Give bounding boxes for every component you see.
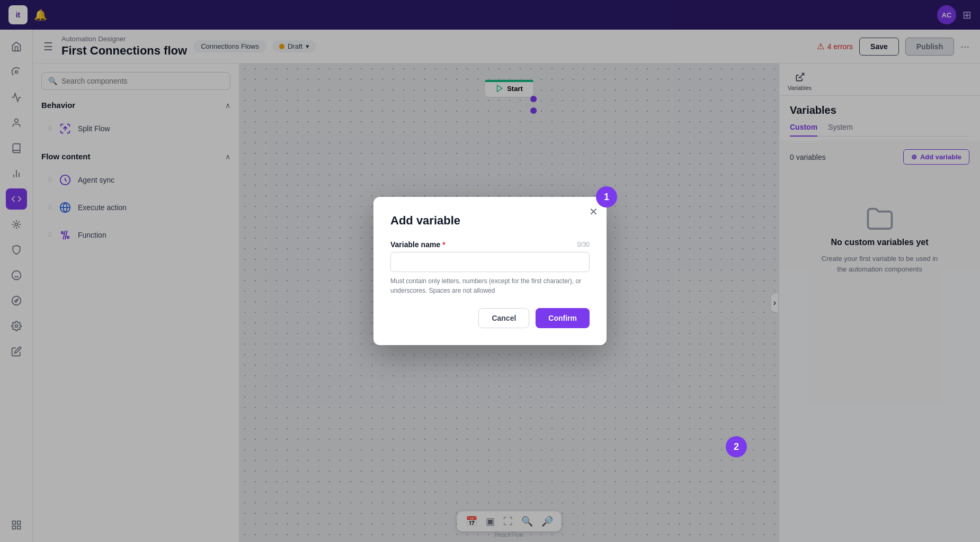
modal-overlay: Add variable ✕ Variable name * 0/30 Must… — [0, 0, 980, 542]
step-badge-1: 1 — [596, 186, 617, 207]
variable-name-input[interactable] — [390, 252, 590, 272]
add-variable-modal: Add variable ✕ Variable name * 0/30 Must… — [373, 197, 607, 345]
field-label: Variable name * 0/30 — [390, 240, 590, 249]
modal-actions: Cancel Confirm — [390, 308, 590, 328]
required-indicator: * — [442, 240, 445, 249]
modal-close-button[interactable]: ✕ — [589, 205, 598, 218]
modal-title: Add variable — [390, 214, 590, 228]
cancel-button[interactable]: Cancel — [478, 308, 529, 328]
field-hint: Must contain only letters, numbers (exce… — [390, 276, 590, 295]
char-count: 0/30 — [577, 241, 590, 248]
confirm-button[interactable]: Confirm — [536, 308, 590, 328]
step-badge-2: 2 — [726, 436, 747, 457]
